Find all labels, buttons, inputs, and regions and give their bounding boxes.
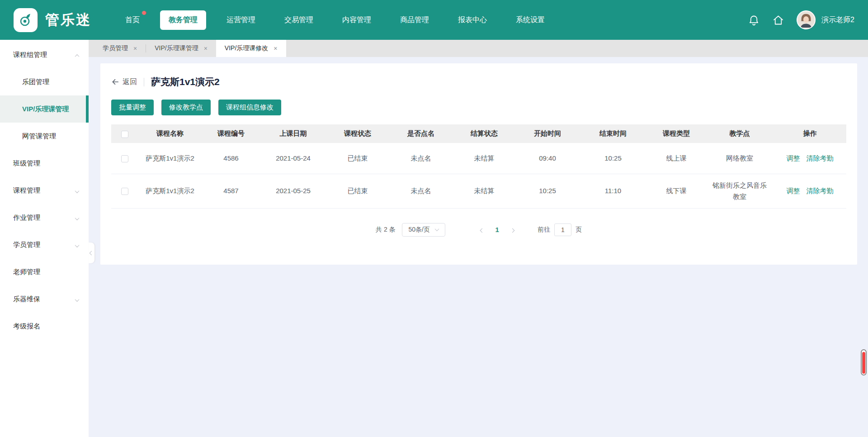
sidebar: 课程组管理 乐团管理 VIP/乐理课管理 网管课管理 班级管理 课程管理 作业管… bbox=[0, 40, 89, 437]
cell-rollcall: 未点名 bbox=[389, 174, 453, 208]
sidebar-item-course[interactable]: 课程管理 bbox=[0, 177, 89, 204]
tab-students[interactable]: 学员管理 bbox=[94, 40, 146, 57]
next-page-button[interactable] bbox=[511, 226, 514, 233]
close-icon[interactable] bbox=[133, 45, 137, 52]
sidebar-item-orchestra[interactable]: 乐团管理 bbox=[0, 68, 89, 95]
cell-end-time: 11:10 bbox=[579, 174, 647, 208]
chevron-up-icon bbox=[75, 51, 79, 59]
cell-end-time: 10:25 bbox=[579, 143, 647, 174]
content-area: 返回 萨克斯1v1演示2 批量调整 修改教学点 课程组信息修改 bbox=[89, 57, 868, 437]
tab-vip-course-edit[interactable]: VIP/乐理课修改 bbox=[216, 40, 286, 57]
nav-item-home[interactable]: 首页 bbox=[117, 10, 148, 30]
page-size-select[interactable]: 50条/页 bbox=[402, 223, 445, 237]
goto-label: 前往 bbox=[538, 226, 550, 234]
user-avatar[interactable] bbox=[797, 10, 816, 29]
chevron-down-icon bbox=[434, 227, 439, 231]
table-header-row: 课程名称 课程编号 上课日期 课程状态 是否点名 结算状态 开始时间 结束时间 … bbox=[111, 124, 846, 143]
nav-item-reports[interactable]: 报表中心 bbox=[449, 10, 495, 30]
brand-logo-icon bbox=[14, 8, 38, 32]
adjust-link[interactable]: 调整 bbox=[787, 187, 800, 195]
cell-rollcall: 未点名 bbox=[389, 143, 453, 174]
sidebar-item-teachers[interactable]: 老师管理 bbox=[0, 258, 89, 285]
brand: 管乐迷 bbox=[14, 8, 91, 32]
main-menu: 首页 教务管理 运营管理 交易管理 内容管理 商品管理 报表中心 系统设置 bbox=[117, 10, 553, 30]
cell-status: 已结束 bbox=[326, 174, 389, 208]
cell-settlement: 未结算 bbox=[453, 174, 516, 208]
brand-name: 管乐迷 bbox=[45, 10, 91, 29]
col-course-code: 课程编号 bbox=[202, 124, 260, 143]
nav-item-academic[interactable]: 教务管理 bbox=[160, 10, 206, 30]
col-rollcall: 是否点名 bbox=[389, 124, 453, 143]
chevron-down-icon bbox=[75, 241, 79, 249]
nav-item-goods[interactable]: 商品管理 bbox=[392, 10, 438, 30]
select-all-checkbox[interactable] bbox=[121, 131, 128, 138]
sidebar-collapse-handle[interactable] bbox=[89, 242, 94, 263]
nav-item-settings[interactable]: 系统设置 bbox=[507, 10, 553, 30]
cell-course-code: 4586 bbox=[202, 143, 260, 174]
cell-date: 2021-05-25 bbox=[260, 174, 326, 208]
back-button[interactable]: 返回 bbox=[111, 77, 137, 87]
col-status: 课程状态 bbox=[326, 124, 389, 143]
col-course-type: 课程类型 bbox=[647, 124, 706, 143]
notification-dot-icon bbox=[142, 11, 146, 15]
cell-date: 2021-05-24 bbox=[260, 143, 326, 174]
cell-start-time: 09:40 bbox=[516, 143, 579, 174]
col-venue: 教学点 bbox=[706, 124, 774, 143]
user-name[interactable]: 演示老师2 bbox=[821, 15, 854, 25]
col-actions: 操作 bbox=[774, 124, 846, 143]
sidebar-item-course-group[interactable]: 课程组管理 bbox=[0, 41, 89, 68]
tab-bar: 学员管理 VIP/乐理课管理 VIP/乐理课修改 bbox=[89, 40, 868, 57]
arrow-left-icon bbox=[111, 78, 119, 86]
clear-attendance-link[interactable]: 清除考勤 bbox=[807, 187, 834, 195]
nav-item-trade[interactable]: 交易管理 bbox=[276, 10, 322, 30]
col-course-name: 课程名称 bbox=[138, 124, 202, 143]
sidebar-item-online-course[interactable]: 网管课管理 bbox=[0, 123, 89, 150]
cell-course-type: 线下课 bbox=[647, 174, 706, 208]
goto-page-input[interactable] bbox=[554, 223, 571, 236]
edit-course-group-info-button[interactable]: 课程组信息修改 bbox=[218, 100, 281, 115]
sidebar-item-instrument-maintenance[interactable]: 乐器维保 bbox=[0, 285, 89, 313]
cell-settlement: 未结算 bbox=[453, 143, 516, 174]
modify-venue-button[interactable]: 修改教学点 bbox=[161, 100, 211, 115]
sidebar-item-class[interactable]: 班级管理 bbox=[0, 150, 89, 177]
row-checkbox[interactable] bbox=[121, 188, 128, 195]
app-window: 管乐迷 首页 教务管理 运营管理 交易管理 内容管理 商品管理 报表中心 系统设… bbox=[0, 0, 868, 437]
adjust-link[interactable]: 调整 bbox=[787, 154, 800, 162]
close-icon[interactable] bbox=[274, 45, 277, 52]
home-icon[interactable] bbox=[772, 14, 784, 26]
bell-icon[interactable] bbox=[748, 14, 760, 26]
cell-course-name: 萨克斯1v1演示2 bbox=[138, 143, 202, 174]
content-card: 返回 萨克斯1v1演示2 批量调整 修改教学点 课程组信息修改 bbox=[100, 63, 857, 265]
cell-course-type: 线上课 bbox=[647, 143, 706, 174]
scrollbar-thumb[interactable] bbox=[862, 352, 865, 374]
goto-unit-label: 页 bbox=[576, 226, 582, 234]
pagination-total: 共 2 条 bbox=[376, 226, 396, 234]
nav-item-operations[interactable]: 运营管理 bbox=[218, 10, 264, 30]
tab-vip-course[interactable]: VIP/乐理课管理 bbox=[146, 40, 216, 57]
col-start-time: 开始时间 bbox=[516, 124, 579, 143]
course-table: 课程名称 课程编号 上课日期 课程状态 是否点名 结算状态 开始时间 结束时间 … bbox=[111, 124, 846, 209]
chevron-down-icon bbox=[75, 187, 79, 195]
prev-page-button[interactable] bbox=[481, 226, 484, 233]
top-nav: 管乐迷 首页 教务管理 运营管理 交易管理 内容管理 商品管理 报表中心 系统设… bbox=[0, 0, 868, 40]
sidebar-item-students[interactable]: 学员管理 bbox=[0, 231, 89, 258]
sidebar-item-homework[interactable]: 作业管理 bbox=[0, 204, 89, 231]
sidebar-item-vip-course[interactable]: VIP/乐理课管理 bbox=[0, 95, 89, 123]
current-page[interactable]: 1 bbox=[495, 226, 499, 233]
sidebar-item-exam-signup[interactable]: 考级报名 bbox=[0, 313, 89, 340]
close-icon[interactable] bbox=[204, 45, 208, 52]
col-date: 上课日期 bbox=[260, 124, 326, 143]
nav-right: 演示老师2 bbox=[748, 10, 854, 29]
row-checkbox[interactable] bbox=[121, 155, 128, 162]
batch-adjust-button[interactable]: 批量调整 bbox=[111, 100, 154, 115]
table-row: 萨克斯1v1演示2 4586 2021-05-24 已结束 未点名 未结算 09… bbox=[111, 143, 846, 174]
nav-item-content[interactable]: 内容管理 bbox=[334, 10, 380, 30]
cell-venue: 铭新街乐之风音乐教室 bbox=[706, 174, 774, 208]
cell-course-name: 萨克斯1v1演示2 bbox=[138, 174, 202, 208]
chevron-down-icon bbox=[75, 295, 79, 303]
clear-attendance-link[interactable]: 清除考勤 bbox=[807, 154, 834, 162]
chevron-down-icon bbox=[75, 214, 79, 222]
scrollbar-track[interactable] bbox=[861, 349, 867, 375]
cell-start-time: 10:25 bbox=[516, 174, 579, 208]
table-row: 萨克斯1v1演示2 4587 2021-05-25 已结束 未点名 未结算 10… bbox=[111, 174, 846, 208]
